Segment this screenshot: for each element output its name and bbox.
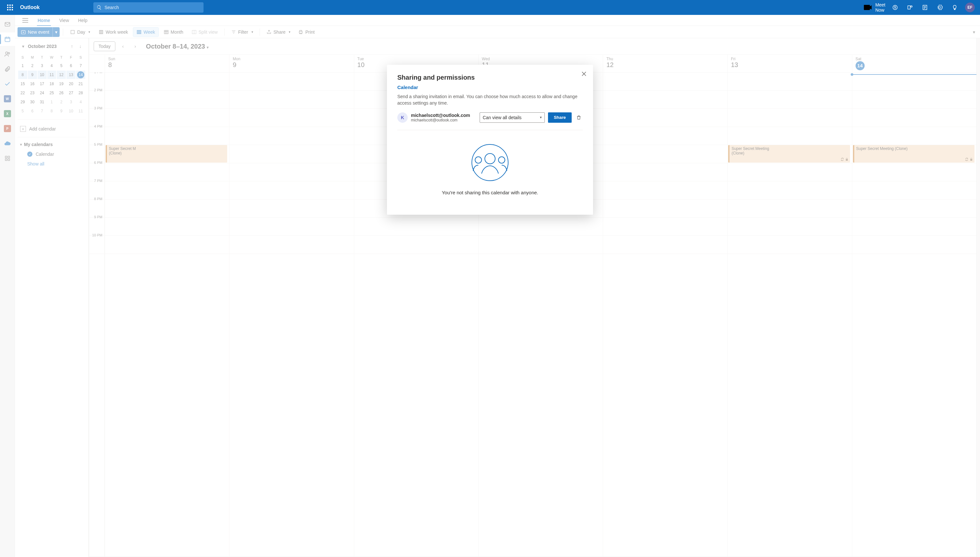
gear-icon: [937, 5, 943, 10]
svg-rect-5: [11, 7, 13, 8]
teams-button[interactable]: [903, 0, 917, 15]
notes-button[interactable]: [918, 0, 932, 15]
invitee-avatar: K: [397, 112, 408, 123]
settings-button[interactable]: [933, 0, 947, 15]
task-icon: [922, 5, 928, 10]
teams-icon: [907, 5, 913, 10]
remove-invitee-button[interactable]: [575, 114, 583, 121]
trash-icon: [576, 115, 581, 120]
permission-value: Can view all details: [483, 115, 521, 120]
invitee-name: michaelscott@outlook.com: [411, 113, 470, 118]
svg-rect-6: [7, 9, 8, 10]
app-brand[interactable]: Outlook: [20, 5, 39, 10]
sharing-dialog: Sharing and permissions Calendar Send a …: [387, 65, 593, 215]
lightbulb-icon: [952, 5, 958, 10]
skype-button[interactable]: [888, 0, 902, 15]
dialog-title: Sharing and permissions: [397, 74, 583, 81]
title-bar: Outlook Meet Now EF: [0, 0, 980, 15]
meet-now-button[interactable]: Meet Now: [861, 2, 887, 13]
svg-rect-10: [908, 6, 910, 10]
account-avatar[interactable]: EF: [965, 3, 975, 12]
close-icon: [582, 72, 586, 76]
svg-rect-0: [7, 5, 8, 6]
meet-now-label: Meet Now: [875, 2, 885, 13]
svg-rect-2: [11, 5, 13, 6]
search-box[interactable]: [93, 2, 204, 13]
tips-button[interactable]: [947, 0, 962, 15]
svg-point-32: [475, 157, 482, 163]
search-icon: [96, 5, 102, 10]
skype-icon: [892, 5, 898, 10]
dialog-subtitle: Calendar: [397, 85, 583, 90]
invitee-info: michaelscott@outlook.com michaelscott@ou…: [411, 113, 470, 122]
dialog-description: Send a sharing invitation in email. You …: [397, 93, 583, 107]
invitee-email: michaelscott@outlook.com: [411, 118, 470, 122]
waffle-icon: [7, 5, 13, 10]
search-input[interactable]: [105, 5, 200, 10]
empty-state-text: You're not sharing this calendar with an…: [442, 190, 538, 195]
share-submit-button[interactable]: Share: [548, 112, 572, 123]
svg-rect-4: [10, 7, 11, 8]
permission-dropdown[interactable]: Can view all details: [480, 112, 544, 123]
empty-state: You're not sharing this calendar with an…: [397, 130, 583, 202]
svg-point-30: [472, 145, 508, 181]
svg-rect-3: [7, 7, 8, 8]
app-launcher[interactable]: [3, 0, 18, 15]
svg-point-31: [485, 153, 495, 164]
empty-illustration-icon: [470, 143, 510, 182]
svg-rect-1: [10, 5, 11, 6]
svg-rect-8: [11, 9, 13, 10]
video-icon: [863, 2, 873, 13]
svg-rect-7: [10, 9, 11, 10]
svg-point-11: [911, 6, 912, 7]
svg-point-33: [498, 157, 505, 163]
close-button[interactable]: [580, 69, 588, 78]
